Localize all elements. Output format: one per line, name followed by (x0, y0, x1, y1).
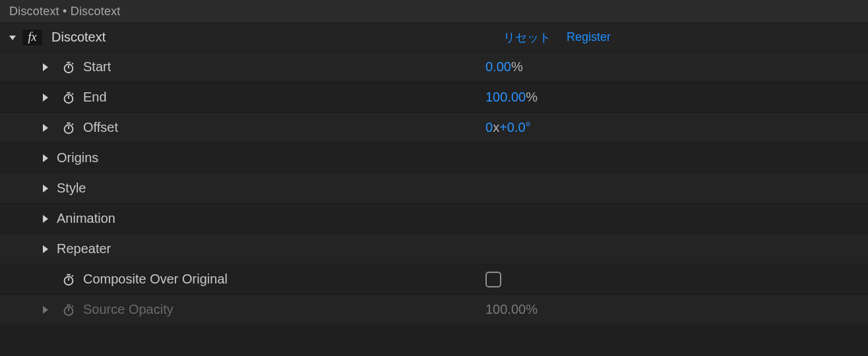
offset-degrees[interactable]: +0.0 (499, 120, 525, 135)
offset-degree-symbol: ° (526, 120, 531, 135)
property-rows: Start 0.00 % (0, 51, 868, 324)
chevron-right-icon[interactable] (41, 305, 49, 314)
stopwatch-icon[interactable] (61, 272, 76, 287)
chevron-right-icon[interactable] (41, 63, 49, 72)
property-label: Animation (57, 211, 115, 226)
effect-disclosure-toggle[interactable] (7, 32, 18, 44)
property-label: Offset (83, 120, 118, 135)
fx-enabled-badge[interactable]: fx (22, 30, 42, 45)
offset-x: x (493, 120, 499, 135)
panel-header: Discotext • Discotext (0, 0, 868, 22)
svg-line-11 (72, 123, 73, 125)
chevron-right-icon[interactable] (41, 93, 49, 102)
effect-title-row: fx Discotext リセット Register (0, 22, 868, 51)
reset-link[interactable]: リセット (503, 30, 551, 45)
register-link[interactable]: Register (567, 30, 611, 44)
property-row-style: Style (0, 173, 868, 203)
property-row-repeater: Repeater (0, 233, 868, 264)
source-opacity-unit: % (526, 302, 538, 317)
property-label: Start (83, 59, 111, 74)
stopwatch-icon (61, 303, 76, 317)
panel-title: Discotext • Discotext (9, 5, 121, 18)
composite-checkbox[interactable] (485, 272, 501, 287)
svg-line-3 (72, 63, 73, 64)
offset-revolutions[interactable]: 0 (485, 120, 493, 135)
property-label: Style (57, 181, 86, 196)
effect-name[interactable]: Discotext (51, 30, 106, 45)
end-unit: % (526, 90, 538, 105)
property-row-animation: Animation (0, 203, 868, 233)
property-label: Origins (57, 150, 98, 165)
property-label: Source Opacity (83, 302, 173, 317)
property-row-source-opacity: Source Opacity 100.00 % (0, 294, 868, 324)
svg-line-7 (72, 93, 73, 94)
property-row-start: Start 0.00 % (0, 51, 868, 82)
stopwatch-icon[interactable] (61, 90, 76, 105)
chevron-right-icon[interactable] (41, 184, 49, 193)
end-value[interactable]: 100.00 (485, 90, 526, 105)
property-row-origins: Origins (0, 142, 868, 173)
property-row-offset: Offset 0 x +0.0 ° (0, 112, 868, 142)
property-label: Repeater (57, 241, 111, 256)
effect-controls-panel: Discotext • Discotext fx Discotext リセット … (0, 0, 868, 356)
chevron-right-icon[interactable] (41, 245, 49, 254)
svg-line-15 (72, 275, 73, 276)
effect-actions: リセット Register (503, 30, 861, 45)
start-unit: % (511, 59, 523, 74)
chevron-right-icon[interactable] (41, 154, 49, 163)
property-row-end: End 100.00 % (0, 82, 868, 112)
property-label: Composite Over Original (83, 272, 228, 287)
svg-line-19 (72, 305, 73, 307)
property-label: End (83, 90, 107, 105)
stopwatch-icon[interactable] (61, 60, 76, 74)
source-opacity-value: 100.00 (485, 302, 526, 317)
chevron-right-icon[interactable] (41, 214, 49, 223)
property-row-composite: Composite Over Original (0, 264, 868, 294)
chevron-right-icon[interactable] (41, 123, 49, 133)
stopwatch-icon[interactable] (61, 121, 76, 135)
start-value[interactable]: 0.00 (485, 59, 511, 74)
